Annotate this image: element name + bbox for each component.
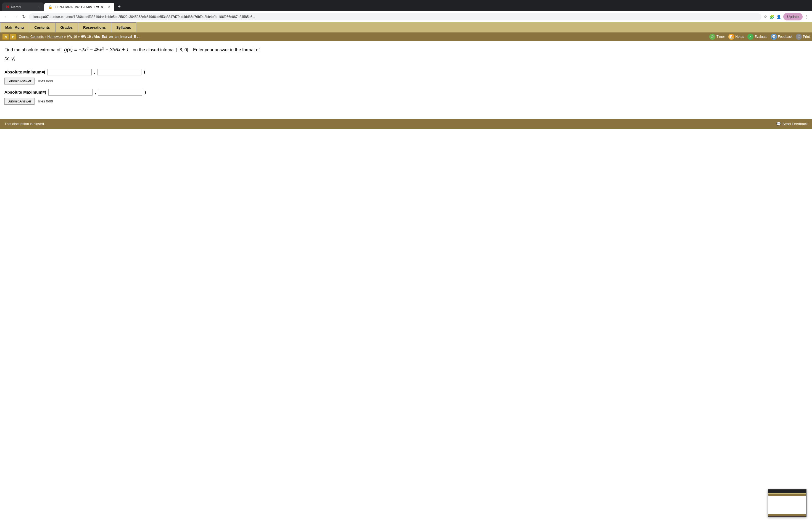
tab-bar: N Netflix ✕ 🔒 LON-CAPA HW 19:Abs_Ext_o..…: [2, 2, 810, 11]
evaluate-label: Evaluate: [755, 35, 768, 39]
toolbar-icons: ⏱ Timer 📝 Notes ✓ Evaluate 💬 Feedback 🖨 …: [709, 34, 810, 40]
tab-loncapa-close[interactable]: ✕: [108, 5, 111, 9]
nav-tab-grades[interactable]: Grades: [55, 23, 78, 32]
evaluate-icon: ✓: [748, 34, 753, 40]
netflix-icon: N: [6, 5, 9, 9]
problem-statement: Find the absolute extrema of g(x) = −2x3…: [4, 45, 808, 63]
notes-label: Notes: [736, 35, 744, 39]
abs-maximum-close-paren: ): [144, 90, 146, 94]
menu-icon[interactable]: ⋮: [805, 15, 809, 19]
tab-netflix[interactable]: N Netflix ✕: [2, 2, 44, 11]
send-feedback-icon: 💬: [777, 122, 781, 126]
feedback-icon: 💬: [771, 34, 777, 40]
abs-minimum-comma: ,: [94, 70, 95, 74]
profile-icon[interactable]: 👤: [777, 15, 781, 19]
timer-button[interactable]: ⏱ Timer: [709, 34, 725, 40]
problem-format-text: Enter your answer in the format of: [193, 47, 260, 52]
evaluate-button[interactable]: ✓ Evaluate: [748, 34, 768, 40]
problem-function: g(x) = −2x3 − 45x2 − 336x + 1: [64, 47, 130, 53]
feedback-label: Feedback: [778, 35, 793, 39]
bookmark-icon[interactable]: ☆: [764, 15, 767, 19]
abs-maximum-submit-button[interactable]: Submit Answer: [4, 98, 34, 105]
nav-tab-contents[interactable]: Contents: [29, 23, 55, 32]
prev-button[interactable]: ◄: [2, 34, 9, 40]
notes-button[interactable]: 📝 Notes: [728, 34, 744, 40]
nav-tab-syllabus[interactable]: Syllabus: [111, 23, 136, 32]
abs-maximum-comma: ,: [95, 90, 96, 94]
nav-tab-reservations[interactable]: Reservations: [78, 23, 111, 32]
breadcrumb-course-contents[interactable]: Course Contents: [19, 35, 44, 39]
send-feedback-button[interactable]: 💬 Send Feedback: [777, 122, 808, 126]
abs-maximum-submit-row: Submit Answer Tries 0/99: [4, 98, 808, 105]
discussion-closed-text: This discussion is closed.: [4, 122, 45, 126]
reload-button[interactable]: ↻: [21, 13, 27, 20]
abs-maximum-y-input[interactable]: [98, 89, 142, 96]
abs-maximum-label: Absolute Maximum=(: [4, 90, 46, 94]
nav-arrows: ◄ ►: [2, 34, 17, 40]
browser-actions: ☆ 🧩 👤 Update ⋮: [764, 13, 809, 20]
tab-loncapa-label: LON-CAPA HW 19:Abs_Ext_o...: [55, 5, 106, 9]
feedback-button[interactable]: 💬 Feedback: [771, 34, 793, 40]
new-tab-button[interactable]: +: [115, 2, 124, 11]
breadcrumb-sep1: »: [44, 35, 47, 39]
abs-minimum-submit-button[interactable]: Submit Answer: [4, 78, 34, 85]
abs-minimum-submit-row: Submit Answer Tries 0/99: [4, 78, 808, 85]
abs-minimum-close-paren: ): [144, 70, 145, 74]
breadcrumb-hw19[interactable]: HW 19: [67, 35, 77, 39]
tab-loncapa[interactable]: 🔒 LON-CAPA HW 19:Abs_Ext_o... ✕: [44, 3, 114, 11]
next-button[interactable]: ►: [10, 34, 17, 40]
timer-icon: ⏱: [709, 34, 715, 40]
tab-netflix-label: Netflix: [11, 5, 21, 9]
loncapa-nav: Main Menu Contents Grades Reservations S…: [0, 23, 812, 33]
problem-intro: Find the absolute extrema of: [4, 47, 60, 52]
abs-maximum-tries: Tries 0/99: [37, 99, 53, 103]
lock-icon: 🔒: [48, 5, 53, 9]
breadcrumb-current: HW 19 : Abs_Ext_on_an_Interval_5 ...: [81, 35, 140, 39]
print-button[interactable]: 🖨 Print: [796, 34, 810, 40]
print-icon: 🖨: [796, 34, 802, 40]
breadcrumb-homework[interactable]: Homework: [47, 35, 63, 39]
main-content: Find the absolute extrema of g(x) = −2x3…: [0, 41, 812, 114]
footer-bar: This discussion is closed. 💬 Send Feedba…: [0, 119, 812, 129]
breadcrumb-bar: ◄ ► Course Contents » Homework » HW 19 »…: [0, 33, 812, 41]
print-label: Print: [803, 35, 810, 39]
problem-interval: on the closed interval [−8, 0].: [133, 47, 189, 52]
abs-minimum-label: Absolute Minimum=(: [4, 70, 45, 74]
notes-icon: 📝: [728, 34, 735, 40]
update-button[interactable]: Update: [783, 13, 802, 20]
breadcrumb-sep3: »: [78, 35, 81, 39]
url-bar[interactable]: [29, 13, 762, 20]
forward-button[interactable]: →: [12, 13, 19, 20]
abs-minimum-tries: Tries 0/99: [37, 79, 53, 83]
tab-netflix-close[interactable]: ✕: [37, 5, 40, 9]
send-feedback-label: Send Feedback: [782, 122, 808, 126]
back-button[interactable]: ←: [3, 13, 10, 20]
abs-maximum-row: Absolute Maximum=( , ): [4, 89, 808, 96]
breadcrumb: Course Contents » Homework » HW 19 » HW …: [19, 35, 709, 39]
extensions-icon[interactable]: 🧩: [769, 15, 774, 19]
abs-maximum-x-input[interactable]: [48, 89, 92, 96]
browser-chrome: N Netflix ✕ 🔒 LON-CAPA HW 19:Abs_Ext_o..…: [0, 0, 812, 11]
abs-minimum-y-input[interactable]: [97, 69, 141, 75]
breadcrumb-sep2: »: [64, 35, 67, 39]
abs-minimum-row: Absolute Minimum=( , ): [4, 69, 808, 75]
problem-format-xy: (x, y): [4, 56, 15, 61]
nav-tab-main-menu[interactable]: Main Menu: [0, 23, 29, 32]
abs-minimum-x-input[interactable]: [47, 69, 92, 75]
address-bar: ← → ↻ ☆ 🧩 👤 Update ⋮: [0, 11, 812, 23]
timer-label: Timer: [716, 35, 725, 39]
